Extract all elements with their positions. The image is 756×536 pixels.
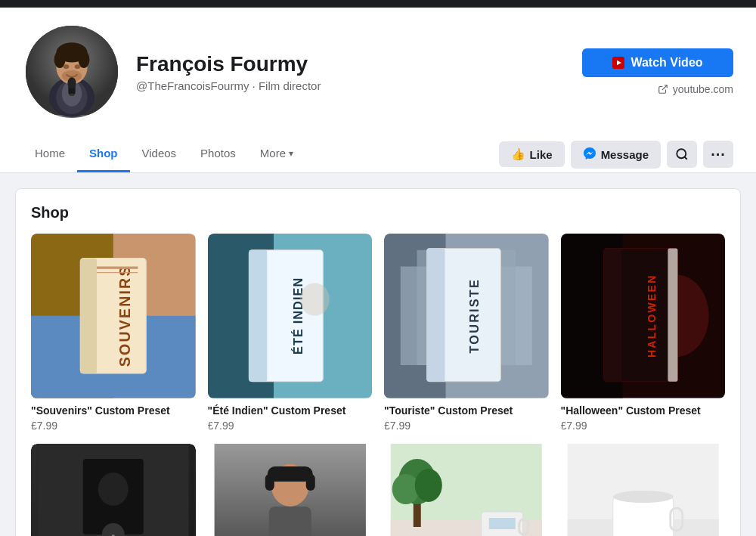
like-label: Like (530, 148, 553, 161)
products-row2: ● (31, 444, 725, 537)
watch-video-label: Watch Video (631, 56, 702, 70)
svg-rect-26 (97, 267, 138, 269)
shop-section: Shop SOUVENIRS (15, 188, 741, 536)
message-button[interactable]: Message (571, 141, 661, 169)
product-price-halloween: £7.99 (561, 420, 726, 432)
profile-section: François Fourmy @TheFrancoisFourmy · Fil… (0, 8, 756, 173)
svg-text:●: ● (111, 531, 116, 537)
svg-text:HALLOWEEN: HALLOWEEN (646, 274, 658, 358)
svg-point-51 (98, 472, 129, 506)
svg-rect-59 (305, 474, 314, 491)
svg-rect-47 (668, 249, 677, 382)
svg-point-10 (75, 64, 81, 69)
product-price-souvenirs: £7.99 (31, 420, 196, 432)
product-card-ete-indien[interactable]: ÉTÉ INDIEN "Été Indien" Custom Preset £7… (208, 234, 373, 432)
svg-rect-60 (268, 507, 311, 537)
search-icon (675, 147, 689, 161)
product-card-row2-4[interactable] (561, 444, 726, 537)
profile-handle: @TheFrancoisFourmy · Film director (136, 79, 567, 92)
product-card-halloween[interactable]: HALLOWEEN "Halloween" Custom Preset £7.9… (561, 234, 726, 432)
product-name-touriste: "Touriste" Custom Preset (384, 404, 549, 417)
svg-rect-69 (489, 518, 516, 529)
product-card-row2-2[interactable] (208, 444, 373, 537)
svg-rect-39 (427, 249, 445, 382)
youtube-link[interactable]: youtube.com (658, 83, 733, 95)
tab-photos[interactable]: Photos (188, 136, 248, 172)
tab-more[interactable]: More ▾ (248, 136, 305, 172)
products-grid: SOUVENIRS "Souvenirs" Custom Preset £7.9… (31, 234, 725, 432)
chevron-down-icon: ▾ (289, 148, 293, 159)
svg-point-74 (612, 491, 673, 503)
product-price-touriste: £7.99 (384, 420, 549, 432)
product-image-souvenirs: SOUVENIRS (31, 234, 196, 398)
product-price-ete-indien: £7.99 (208, 420, 373, 432)
avatar (23, 23, 121, 121)
svg-point-14 (67, 77, 76, 88)
like-button[interactable]: 👍 Like (499, 141, 565, 167)
youtube-link-text: youtube.com (673, 83, 733, 95)
message-label: Message (601, 148, 649, 161)
tab-home[interactable]: Home (23, 136, 77, 172)
product-name-souvenirs: "Souvenirs" Custom Preset (31, 404, 196, 417)
svg-point-7 (54, 51, 66, 69)
svg-rect-13 (70, 94, 74, 96)
svg-rect-58 (265, 474, 274, 491)
svg-point-18 (677, 149, 686, 158)
watch-video-button[interactable]: Watch Video (582, 48, 733, 77)
svg-line-19 (684, 156, 686, 159)
svg-text:SOUVENIRS: SOUVENIRS (116, 265, 133, 367)
main-content: Shop SOUVENIRS (0, 173, 756, 536)
svg-rect-45 (603, 249, 621, 382)
nav-actions: 👍 Like Message ··· (499, 141, 733, 169)
svg-rect-27 (97, 272, 138, 273)
product-name-halloween: "Halloween" Custom Preset (561, 404, 726, 417)
profile-name: François Fourmy (136, 52, 567, 76)
product-image-touriste: TOURISTE (384, 234, 549, 398)
tab-videos[interactable]: Videos (130, 136, 189, 172)
svg-point-33 (299, 283, 329, 316)
like-icon: 👍 (511, 147, 525, 161)
product-image-halloween: HALLOWEEN (561, 234, 726, 398)
product-card-touriste[interactable]: TOURISTE "Touriste" Custom Preset £7.99 (384, 234, 549, 432)
product-name-ete-indien: "Été Indien" Custom Preset (208, 404, 373, 417)
product-thumb-1: ● (31, 444, 196, 537)
profile-info: François Fourmy @TheFrancoisFourmy · Fil… (136, 52, 567, 92)
svg-rect-31 (249, 250, 267, 382)
more-options-button[interactable]: ··· (703, 141, 733, 168)
play-icon (612, 57, 624, 69)
svg-rect-24 (80, 259, 97, 373)
avatar-image (26, 26, 118, 118)
svg-text:ÉTÉ INDIEN: ÉTÉ INDIEN (291, 277, 305, 355)
svg-text:TOURISTE: TOURISTE (467, 278, 481, 354)
nav-tabs: Home Shop Videos Photos More ▾ 👍 Like (23, 133, 733, 172)
product-thumb-2 (208, 444, 373, 537)
svg-line-17 (662, 85, 667, 90)
product-card-souvenirs[interactable]: SOUVENIRS "Souvenirs" Custom Preset £7.9… (31, 234, 196, 432)
message-icon (583, 147, 596, 163)
svg-point-9 (64, 64, 70, 69)
search-button[interactable] (667, 141, 697, 168)
ellipsis-icon: ··· (711, 146, 726, 163)
external-link-icon (658, 84, 668, 94)
profile-actions: Watch Video youtube.com (582, 48, 733, 95)
product-card-row2-3[interactable] (384, 444, 549, 537)
product-image-ete-indien: ÉTÉ INDIEN (208, 234, 373, 398)
profile-top: François Fourmy @TheFrancoisFourmy · Fil… (23, 23, 733, 133)
product-card-row2-1[interactable]: ● (31, 444, 196, 537)
tab-shop[interactable]: Shop (77, 136, 130, 172)
shop-title: Shop (31, 204, 725, 222)
product-thumb-3 (384, 444, 549, 537)
svg-point-66 (415, 469, 442, 502)
top-bar (0, 0, 756, 8)
svg-point-8 (78, 51, 89, 69)
product-thumb-4 (561, 444, 726, 537)
